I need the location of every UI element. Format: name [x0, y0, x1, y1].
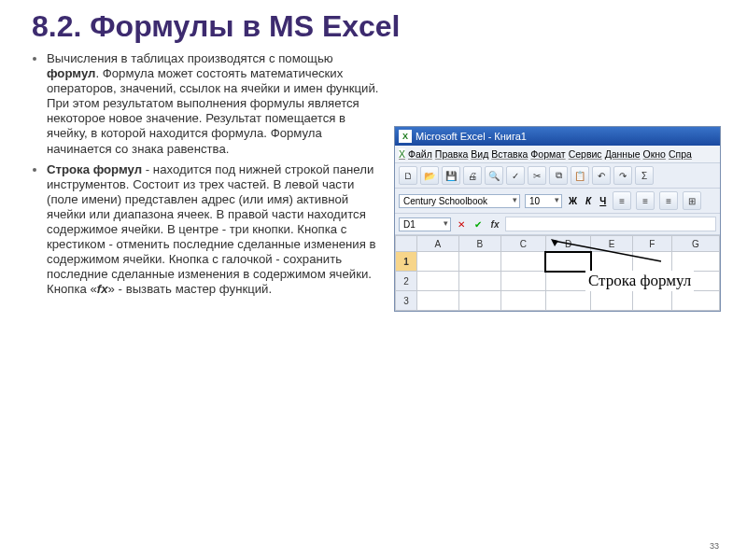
text: » - вызвать мастер функций. [108, 282, 273, 296]
col-header-e[interactable]: E [591, 236, 633, 252]
cell[interactable] [591, 252, 633, 272]
align-center-button[interactable]: ≡ [636, 191, 655, 210]
col-header-d[interactable]: D [545, 236, 590, 252]
excel-app-icon: X [399, 130, 412, 143]
excel-image: X Microsoft Excel - Книга1 X Файл Правка… [394, 51, 719, 312]
slide: 8.2. Формулы в MS Excel Вычисления в таб… [0, 0, 747, 560]
text-column: Вычисления в таблицах производятся с пом… [26, 51, 383, 312]
excel-window: X Microsoft Excel - Книга1 X Файл Правка… [394, 126, 721, 312]
cell[interactable] [671, 252, 719, 272]
cell[interactable] [500, 272, 545, 291]
window-titlebar: X Microsoft Excel - Книга1 [395, 127, 720, 146]
col-header-g[interactable]: G [671, 236, 719, 252]
paste-button[interactable]: 📋 [571, 166, 589, 185]
menu-file[interactable]: Файл [408, 148, 432, 160]
formula-input[interactable] [505, 217, 716, 231]
menu-format[interactable]: Формат [530, 148, 565, 160]
menu-bar[interactable]: X Файл Правка Вид Вставка Формат Сервис … [395, 146, 720, 163]
standard-toolbar: 🗋 📂 💾 🖨 🔍 ✓ ✂ ⧉ 📋 ↶ ↷ Σ [395, 163, 720, 189]
text: - находится под нижней строкой панели ин… [47, 162, 375, 297]
menu-tools[interactable]: Сервис [569, 148, 602, 160]
text: Вычисления в таблицах производятся с пом… [47, 51, 333, 65]
cell[interactable] [458, 252, 500, 272]
callout-label: Строка формул [585, 271, 694, 291]
col-header-f[interactable]: F [632, 236, 671, 252]
undo-button[interactable]: ↶ [592, 166, 611, 185]
cell[interactable] [417, 252, 459, 272]
cell[interactable] [458, 291, 500, 311]
cell[interactable] [671, 291, 719, 311]
cell[interactable] [545, 272, 590, 291]
save-button[interactable]: 💾 [442, 166, 460, 185]
formatting-toolbar: Century Schoolbook 10 Ж К Ч ≡ ≡ ≡ ⊞ [395, 189, 720, 214]
term-fx: fx [97, 282, 108, 296]
cancel-button[interactable]: ✕ [455, 217, 468, 231]
enter-button[interactable]: ✔ [472, 217, 485, 231]
page-title: 8.2. Формулы в MS Excel [32, 9, 721, 44]
col-header-a[interactable]: A [417, 236, 459, 252]
term: формул [47, 66, 95, 80]
row-header-3[interactable]: 3 [396, 291, 417, 311]
fx-button[interactable]: fx [488, 217, 501, 231]
menu-view[interactable]: Вид [471, 148, 488, 160]
menu-insert[interactable]: Вставка [491, 148, 528, 160]
new-button[interactable]: 🗋 [399, 166, 417, 185]
italic-button[interactable]: К [584, 196, 593, 206]
col-header-c[interactable]: C [500, 236, 545, 252]
formula-bar: D1 ✕ ✔ fx [395, 214, 720, 235]
merge-button[interactable]: ⊞ [683, 191, 701, 210]
cell[interactable] [545, 291, 590, 311]
open-button[interactable]: 📂 [420, 166, 439, 185]
font-selector[interactable]: Century Schoolbook [399, 194, 520, 208]
menu-help[interactable]: Спра [669, 148, 692, 160]
window-title: Microsoft Excel - Книга1 [416, 131, 527, 142]
redo-button[interactable]: ↷ [613, 166, 632, 185]
page-number: 33 [710, 541, 719, 551]
spell-button[interactable]: ✓ [506, 166, 525, 185]
text: . Формула может состоять математических … [47, 66, 378, 155]
cell[interactable] [500, 252, 545, 272]
col-header-b[interactable]: B [458, 236, 500, 252]
fontsize-selector[interactable]: 10 [525, 194, 562, 208]
bold-button[interactable]: Ж [567, 196, 579, 206]
excel-doc-icon: X [399, 148, 405, 160]
bullet-item: Строка формул - находится под нижней стр… [47, 162, 383, 298]
underline-button[interactable]: Ч [598, 196, 608, 206]
menu-window[interactable]: Окно [643, 148, 666, 160]
term: Строка формул [47, 162, 142, 176]
print-button[interactable]: 🖨 [463, 166, 482, 185]
sort-button[interactable]: Σ [635, 166, 654, 185]
cell[interactable] [417, 291, 459, 311]
align-left-button[interactable]: ≡ [613, 191, 631, 210]
bullet-list: Вычисления в таблицах производятся с пом… [26, 51, 383, 298]
align-right-button[interactable]: ≡ [659, 191, 678, 210]
select-all-corner[interactable] [396, 236, 417, 252]
menu-data[interactable]: Данные [605, 148, 641, 160]
content-row: Вычисления в таблицах производятся с пом… [26, 51, 721, 312]
cell[interactable] [458, 272, 500, 291]
cell[interactable] [632, 291, 671, 311]
cell[interactable] [500, 291, 545, 311]
row-header-1[interactable]: 1 [396, 252, 417, 272]
bullet-item: Вычисления в таблицах производятся с пом… [47, 51, 383, 157]
row-header-2[interactable]: 2 [396, 272, 417, 291]
menu-edit[interactable]: Правка [435, 148, 468, 160]
preview-button[interactable]: 🔍 [485, 166, 503, 185]
cell[interactable] [632, 252, 671, 272]
cut-button[interactable]: ✂ [528, 166, 546, 185]
cell[interactable] [591, 291, 633, 311]
copy-button[interactable]: ⧉ [549, 166, 568, 185]
cell-d1[interactable] [545, 252, 590, 272]
worksheet-area: A B C D E F G 1 [395, 235, 720, 311]
name-box[interactable]: D1 [399, 217, 451, 231]
cell[interactable] [417, 272, 459, 291]
